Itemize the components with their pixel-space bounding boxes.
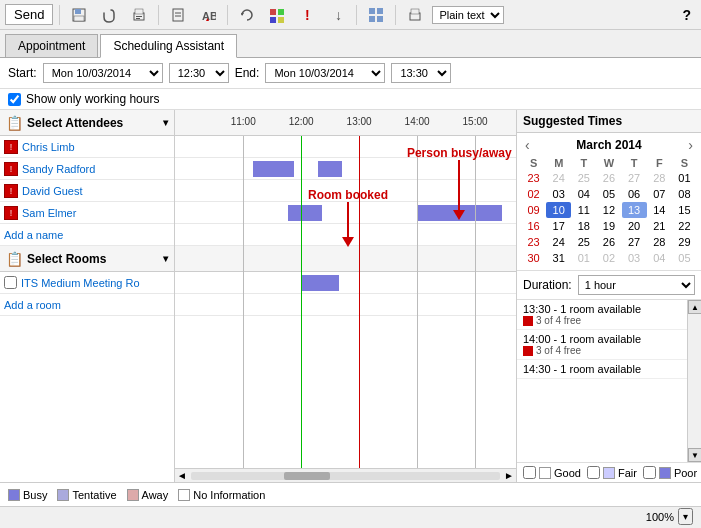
end-time-select[interactable]: 13:30: [391, 63, 451, 83]
cal-day[interactable]: 02: [521, 186, 546, 202]
cal-day[interactable]: 01: [672, 170, 697, 186]
cal-day[interactable]: 31: [546, 250, 571, 266]
cal-day[interactable]: 05: [596, 186, 621, 202]
cal-day[interactable]: 10: [546, 202, 571, 218]
start-date-select[interactable]: Mon 10/03/2014: [43, 63, 163, 83]
cal-day[interactable]: 24: [546, 170, 571, 186]
cal-day[interactable]: 07: [647, 186, 672, 202]
cal-prev-btn[interactable]: ‹: [521, 137, 534, 153]
cal-day[interactable]: 25: [571, 170, 596, 186]
cal-day[interactable]: 13: [622, 202, 647, 218]
suggested-sub-1: 3 of 4 free: [523, 315, 681, 326]
cal-day[interactable]: 22: [672, 218, 697, 234]
scroll-thumb[interactable]: [284, 472, 330, 480]
zoom-button[interactable]: ▾: [678, 508, 693, 525]
good-checkbox[interactable]: [523, 466, 536, 479]
attendees-options[interactable]: ▾: [163, 117, 168, 128]
cal-day[interactable]: 26: [596, 170, 621, 186]
send-button[interactable]: Send: [5, 4, 53, 25]
suggested-item-2[interactable]: 14:00 - 1 room available 3 of 4 free: [517, 330, 687, 360]
cal-day[interactable]: 23: [521, 234, 546, 250]
scroll-track[interactable]: [191, 472, 500, 480]
importance-high-button[interactable]: !: [294, 4, 320, 26]
cal-day[interactable]: 28: [647, 234, 672, 250]
cal-day[interactable]: 14: [647, 202, 672, 218]
attendee-link-3[interactable]: David Guest: [22, 185, 83, 197]
cal-day[interactable]: 11: [571, 202, 596, 218]
cal-day[interactable]: 16: [521, 218, 546, 234]
cal-day[interactable]: 04: [571, 186, 596, 202]
cal-day[interactable]: 05: [672, 250, 697, 266]
suggested-item-1[interactable]: 13:30 - 1 room available 3 of 4 free: [517, 300, 687, 330]
poor-checkbox[interactable]: [643, 466, 656, 479]
format-select[interactable]: Plain text: [432, 6, 504, 24]
cal-day[interactable]: 09: [521, 202, 546, 218]
save-button[interactable]: [66, 4, 92, 26]
cal-day[interactable]: 01: [571, 250, 596, 266]
start-label: Start:: [8, 66, 37, 80]
attendee-link-2[interactable]: Sandy Radford: [22, 163, 95, 175]
svg-rect-13: [278, 9, 284, 15]
room-checkbox-1[interactable]: [4, 276, 17, 289]
suggested-scroll-up[interactable]: ▲: [688, 300, 701, 314]
rooms-options[interactable]: ▾: [163, 253, 168, 264]
suggested-item-3[interactable]: 14:30 - 1 room available: [517, 360, 687, 379]
tab-appointment[interactable]: Appointment: [5, 34, 98, 57]
cal-next-btn[interactable]: ›: [684, 137, 697, 153]
end-date-select[interactable]: Mon 10/03/2014: [265, 63, 385, 83]
separator2: [158, 5, 159, 25]
add-room-row[interactable]: Add a room: [0, 294, 174, 316]
working-hours-checkbox[interactable]: [8, 93, 21, 106]
cal-day[interactable]: 21: [647, 218, 672, 234]
print2-button[interactable]: [402, 4, 428, 26]
cal-day[interactable]: 23: [521, 170, 546, 186]
cal-day[interactable]: 26: [596, 234, 621, 250]
horizontal-scrollbar[interactable]: ◄ ►: [175, 468, 516, 482]
cal-day[interactable]: 27: [622, 170, 647, 186]
cal-day[interactable]: 29: [672, 234, 697, 250]
cal-day[interactable]: 20: [622, 218, 647, 234]
cal-day[interactable]: 04: [647, 250, 672, 266]
attach-button[interactable]: [96, 4, 122, 26]
cal-day[interactable]: 15: [672, 202, 697, 218]
cal-day[interactable]: 25: [571, 234, 596, 250]
poor-label: Poor: [674, 467, 697, 479]
svg-text:ABC: ABC: [202, 10, 216, 22]
cal-day[interactable]: 08: [672, 186, 697, 202]
duration-select[interactable]: 1 hour: [578, 275, 695, 295]
cal-day[interactable]: 19: [596, 218, 621, 234]
cal-day[interactable]: 02: [596, 250, 621, 266]
suggested-scroll-track[interactable]: [688, 314, 701, 448]
suggested-scroll-down[interactable]: ▼: [688, 448, 701, 462]
cal-day[interactable]: 27: [622, 234, 647, 250]
cal-day[interactable]: 28: [647, 170, 672, 186]
attendee-link-4[interactable]: Sam Elmer: [22, 207, 76, 219]
cal-day[interactable]: 06: [622, 186, 647, 202]
fair-checkbox[interactable]: [587, 466, 600, 479]
cal-day[interactable]: 12: [596, 202, 621, 218]
view-button[interactable]: [363, 4, 389, 26]
cal-day[interactable]: 03: [546, 186, 571, 202]
tab-scheduling[interactable]: Scheduling Assistant: [100, 34, 237, 58]
cal-day[interactable]: 17: [546, 218, 571, 234]
help-button[interactable]: ?: [677, 4, 696, 26]
add-attendee-row[interactable]: Add a name: [0, 224, 174, 246]
spellcheck-button[interactable]: ABC: [195, 4, 221, 26]
print-button[interactable]: [126, 4, 152, 26]
cal-day[interactable]: 03: [622, 250, 647, 266]
cal-day[interactable]: 24: [546, 234, 571, 250]
recurrence-button[interactable]: [234, 4, 260, 26]
importance-low-button[interactable]: ↓: [324, 4, 350, 26]
suggested-title: Suggested Times: [523, 114, 622, 128]
room-link-1[interactable]: ITS Medium Meeting Ro: [21, 277, 140, 289]
rooms-header: 📋 Select Rooms ▾: [0, 246, 174, 272]
categorize-button[interactable]: [264, 4, 290, 26]
start-time-select[interactable]: 12:30: [169, 63, 229, 83]
attendee-link-1[interactable]: Chris Limb: [22, 141, 75, 153]
scroll-right-btn[interactable]: ►: [504, 470, 514, 481]
cal-day[interactable]: 30: [521, 250, 546, 266]
separator4: [356, 5, 357, 25]
scroll-left-btn[interactable]: ◄: [177, 470, 187, 481]
addressbook-button[interactable]: [165, 4, 191, 26]
cal-day[interactable]: 18: [571, 218, 596, 234]
